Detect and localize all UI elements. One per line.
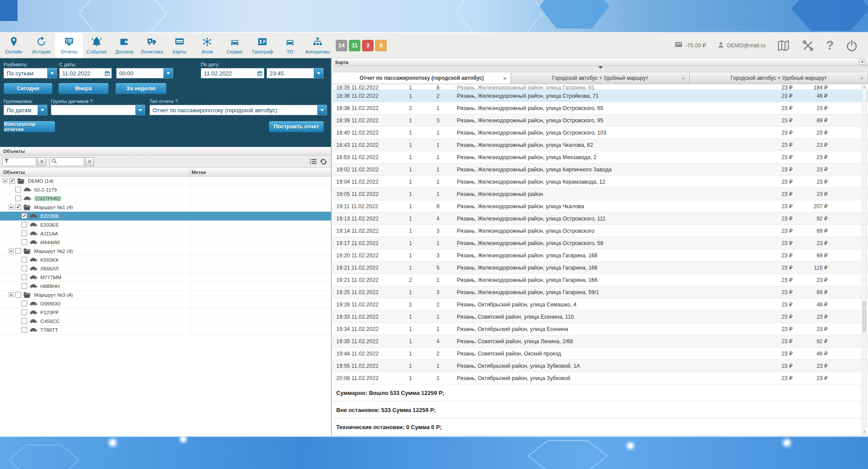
table-row[interactable]: 19:33 11.02.2022 1 1 Рязань, Советский р… [333,311,868,323]
tree-checkbox[interactable] [15,292,21,298]
table-row[interactable]: 19:17 11.02.2022 1 1 Рязань, Железнодоро… [333,237,868,249]
tree-row[interactable]: T789TT [0,326,331,334]
table-row[interactable]: 19:21 11.02.2022 1 5 Рязань, Железнодоро… [333,262,868,274]
help-icon[interactable]: ? [826,39,834,52]
tree-row[interactable]: M777MM [0,273,331,282]
tree-checkbox[interactable] [15,187,21,192]
nav-atom[interactable]: Атом [193,33,221,58]
status-badge[interactable]: 14 [336,40,347,51]
chevron-down-icon[interactable] [47,68,57,78]
tree-checkbox[interactable] [21,327,27,333]
calendar-icon[interactable] [103,71,111,76]
table-row[interactable]: 19:35 11.02.2022 1 4 Рязань, Советский р… [333,335,868,348]
table-row[interactable]: 18:39 11.02.2022 1 3 Рязань, Железнодоро… [333,114,868,127]
chevron-down-icon[interactable] [164,68,173,78]
tree-expander-icon[interactable] [9,292,14,297]
table-row[interactable]: 18:53 11.02.2022 1 1 Рязань, Железнодоро… [333,151,868,163]
close-icon[interactable]: × [503,75,506,82]
tree-row[interactable]: C937PH62 [0,194,331,203]
tree-checkbox[interactable] [21,301,27,306]
report-type-select[interactable]: Отчет по пассажиропотоку (городской авто… [149,105,327,115]
table-row[interactable]: 18:40 11.02.2022 1 1 Рязань, Железнодоро… [333,127,868,139]
tree-checkbox[interactable] [21,318,27,324]
account[interactable]: DEMO@mail.ru [718,42,766,50]
report-tab[interactable]: Городской автобус + Удобный маршрут × [690,72,868,84]
tree-row[interactable]: Л666ЛЛ [0,264,331,273]
chevron-down-icon[interactable] [314,68,323,78]
tree-checkbox[interactable] [21,257,27,263]
tree-expander-icon[interactable] [3,178,7,183]
table-row[interactable]: 19:02 11.02.2022 1 1 Рязань, Железнодоро… [333,163,868,176]
close-icon[interactable]: × [860,75,863,82]
scrollbar-thumb[interactable] [863,302,866,332]
table-row[interactable]: 19:20 11.02.2022 1 3 Рязань, Железнодоро… [333,249,868,262]
tree-row[interactable]: E333EE [0,220,331,229]
calendar-icon[interactable] [255,71,264,76]
from-time-select[interactable]: 00:00 [116,68,173,78]
table-row[interactable]: 19:25 11.02.2022 1 3 Рязань, Железнодоро… [333,286,868,298]
nav-online[interactable]: Онлайн [0,33,28,58]
nav-logistics[interactable]: Логистика [138,33,166,58]
table-row[interactable]: 18:43 11.02.2022 1 1 Рязань, Железнодоро… [333,139,868,151]
nav-tachograph[interactable]: Тахограф [249,33,276,58]
from-date-input[interactable]: 11.02.2022 [59,68,112,78]
status-badge[interactable]: 9 [375,40,387,51]
objects-search-field[interactable] [50,157,84,166]
tree-row[interactable]: B222BB [0,212,331,220]
split-select[interactable]: По суткам [4,68,57,78]
balance[interactable]: -75.00 ₽ [675,42,706,49]
table-row[interactable]: 19:05 11.02.2022 1 1 Рязань, Железнодоро… [333,188,868,200]
tree-row[interactable]: DEMO (14) [0,177,331,185]
build-report-button[interactable]: Построить отчет [269,121,324,132]
clear-search-button[interactable] [85,157,94,166]
map-panel-toggle[interactable]: ▼ [859,59,865,65]
status-badge[interactable]: 3 [362,40,374,51]
tree-row[interactable]: И444ИИ [0,238,331,247]
tree-row[interactable]: A111AA [0,229,331,238]
panel-splitter[interactable] [333,66,868,72]
tree-row[interactable]: Маршрут №1 (4) [0,203,331,212]
chevron-down-icon[interactable] [317,105,327,115]
report-constructor-button[interactable]: Конструктор отчетов [4,121,55,132]
vertical-scrollbar[interactable]: ▲ ▼ [862,85,867,435]
nav-history[interactable]: История [28,33,55,58]
table-row[interactable]: 19:28 11.02.2022 1 2 Рязань, Октябрьский… [333,298,868,311]
nav-service[interactable]: Сервис [221,33,249,58]
sensor-groups-select[interactable] [51,105,145,115]
nav-events[interactable]: События [83,33,110,58]
table-row[interactable]: 19:14 11.02.2022 1 3 Рязань, Железнодоро… [333,225,868,237]
nav-maintenance[interactable]: ТО [276,33,304,58]
tree-row[interactable]: P123PP [0,308,331,317]
tree-row[interactable]: C456CC [0,317,331,326]
yesterday-button[interactable]: Вчера [58,83,109,94]
objects-search-input[interactable] [57,158,82,165]
tree-expander-icon[interactable] [9,249,14,253]
table-row[interactable]: 19:04 11.02.2022 1 1 Рязань, Железнодоро… [333,176,868,188]
objects-filter-input[interactable] [9,158,35,165]
grouping-select[interactable]: По датам [4,105,47,115]
table-row[interactable]: 19:34 11.02.2022 1 1 Рязань, Октябрьский… [333,323,868,335]
tree-checkbox[interactable] [9,178,15,184]
tree-row[interactable]: Маршрут №3 (4) [0,291,331,299]
table-row[interactable]: 20:08 11.02.2022 1 1 Рязань, Октябрьский… [333,372,868,384]
tools-icon[interactable] [801,39,815,52]
close-icon[interactable]: × [681,75,685,82]
table-row[interactable]: 18:38 11.02.2022 2 1 Рязань, Железнодоро… [333,102,868,114]
tree-row[interactable]: O999OO [0,299,331,308]
report-tab[interactable]: Отчет по пассажиропотоку (городской авто… [333,72,511,84]
tree-checkbox[interactable] [15,195,21,201]
tree-checkbox[interactable] [21,274,27,280]
tree-checkbox[interactable] [15,248,21,254]
today-button[interactable]: Сегодня [4,83,53,94]
table-row[interactable]: 19:55 11.02.2022 1 1 Рязань, Октябрьский… [333,360,868,372]
list-view-icon[interactable] [310,159,317,165]
tree-expander-icon[interactable] [9,205,14,210]
tree-checkbox[interactable] [21,283,27,289]
scroll-down-arrow[interactable]: ▼ [862,430,866,434]
to-date-input[interactable]: 11.02.2022 [201,68,264,78]
tree-checkbox[interactable] [21,309,27,315]
tree-checkbox[interactable] [15,204,21,210]
tree-checkbox[interactable] [21,266,27,271]
nav-cards[interactable]: Карты [166,33,193,58]
table-row[interactable]: 19:21 11.02.2022 2 1 Рязань, Железнодоро… [333,274,868,286]
